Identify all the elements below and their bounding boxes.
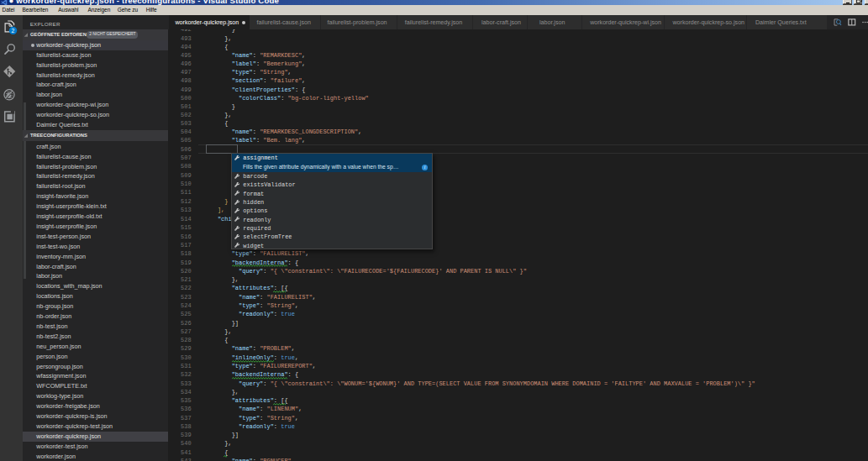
svg-text:2: 2 [12, 27, 15, 33]
